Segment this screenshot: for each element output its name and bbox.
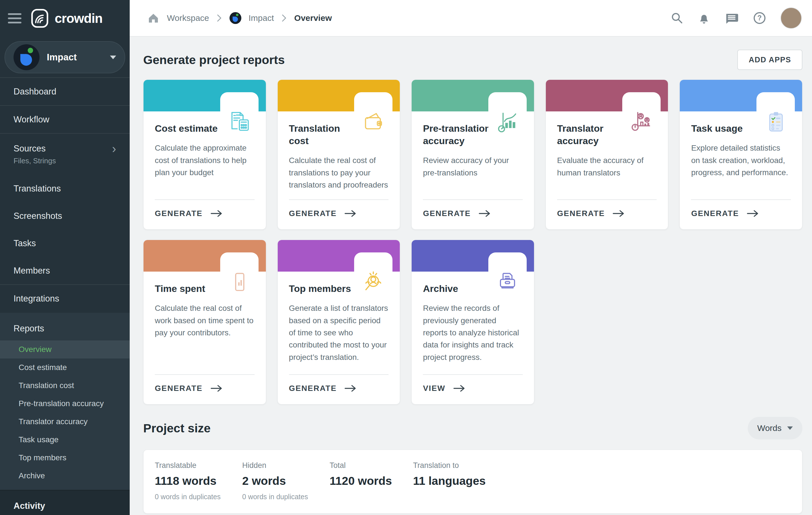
- messages-icon[interactable]: [725, 11, 739, 25]
- sidebar-item-members[interactable]: Members: [0, 257, 130, 284]
- card-title: Archive: [423, 282, 494, 295]
- card-pre-translation-accuracy: Pre-translation accuracy Review accuracy…: [411, 80, 534, 230]
- invoice-calculator-icon: [220, 92, 259, 137]
- arrow-right-icon: [345, 209, 356, 218]
- sidebar-item-reports-top-members[interactable]: Top members: [0, 449, 130, 467]
- help-icon[interactable]: ?: [753, 11, 766, 25]
- breadcrumb-project[interactable]: Impact: [249, 13, 274, 23]
- chevron-right-icon: [281, 14, 287, 22]
- generate-link[interactable]: GENERATE: [423, 209, 491, 218]
- sidebar-item-sources-sub: Files, Strings: [13, 156, 116, 165]
- people-chart-icon: [622, 92, 661, 137]
- chevron-down-icon: [787, 426, 793, 430]
- card-title: Pre-translation accuracy: [423, 122, 494, 147]
- generate-link[interactable]: GENERATE: [691, 209, 759, 218]
- crowdin-logo-icon: [30, 8, 50, 28]
- sidebar-item-activity[interactable]: Activity: [0, 490, 130, 515]
- project-switcher[interactable]: Impact: [4, 41, 125, 73]
- project-name: Impact: [47, 52, 103, 63]
- generate-link[interactable]: GENERATE: [557, 209, 625, 218]
- arrow-right-icon: [211, 384, 223, 392]
- card-title: Top members: [289, 282, 360, 295]
- card-footer: GENERATE: [557, 199, 657, 229]
- card-header-band: [278, 80, 400, 111]
- page-title: Generate project reports: [143, 53, 285, 67]
- card-footer: VIEW: [423, 374, 523, 404]
- report-cards-row-1: Cost estimate Calculate the approximate …: [143, 80, 803, 230]
- card-translator-accuracy: Translator accuracy Evaluate the accurac…: [546, 80, 668, 230]
- card-title: Task usage: [691, 122, 762, 135]
- phone-stats-icon: [220, 252, 259, 297]
- crowdin-logo-text: crowdin: [55, 11, 103, 26]
- clipboard-tasks-icon: [756, 92, 795, 137]
- hamburger-menu-icon[interactable]: [8, 13, 22, 23]
- stat-hidden: Hidden 2 words 0 words in duplicates: [242, 461, 329, 501]
- card-header-band: [144, 80, 266, 111]
- card-top-members: Top members Generate a list of translato…: [278, 240, 400, 404]
- view-link[interactable]: VIEW: [423, 384, 465, 393]
- project-avatar: [13, 44, 39, 70]
- card-task-usage: Task usage Explore detailed statistics o…: [679, 80, 803, 230]
- breadcrumb-workspace[interactable]: Workspace: [167, 13, 209, 23]
- notifications-bell-icon[interactable]: [698, 11, 710, 25]
- svg-text:?: ?: [757, 14, 761, 22]
- sidebar-item-reports-task-usage[interactable]: Task usage: [0, 431, 130, 449]
- card-title: Translator accuracy: [557, 122, 628, 147]
- sidebar-item-translations[interactable]: Translations: [0, 175, 130, 202]
- sidebar-item-integrations[interactable]: Integrations: [0, 285, 130, 312]
- breadcrumb-project-icon: [230, 12, 241, 24]
- main-content: Generate project reports ADD APPS Cost e…: [130, 37, 812, 515]
- crowdin-logo[interactable]: crowdin: [30, 8, 103, 28]
- card-translation-cost: Translation cost Calculate the real cost…: [278, 80, 400, 230]
- sidebar-item-reports-translation-cost[interactable]: Translation cost: [0, 376, 130, 395]
- breadcrumb-current-page: Overview: [294, 13, 332, 23]
- sidebar-section-reports: Reports Overview Cost estimate Translati…: [0, 313, 130, 490]
- card-header-band: [278, 240, 400, 271]
- sidebar-item-tasks[interactable]: Tasks: [0, 230, 130, 257]
- sidebar-item-reports-archive[interactable]: Archive: [0, 467, 130, 485]
- stat-translatable: Translatable 1118 words 0 words in dupli…: [155, 461, 242, 501]
- card-description: Review the records of previously generat…: [423, 302, 523, 363]
- generate-link[interactable]: GENERATE: [155, 209, 223, 218]
- sidebar-item-reports-pre-translation-accuracy[interactable]: Pre-translation accuracy: [0, 395, 130, 412]
- arrow-right-icon: [453, 384, 465, 392]
- arrow-right-icon: [345, 384, 356, 392]
- sidebar-item-sources[interactable]: Sources › Files, Strings: [0, 134, 130, 175]
- user-avatar[interactable]: [780, 7, 802, 29]
- sidebar-header: crowdin: [0, 0, 130, 37]
- generate-link[interactable]: GENERATE: [289, 384, 357, 393]
- card-title: Translation cost: [289, 122, 360, 147]
- card-header-band: [546, 80, 668, 111]
- card-footer: GENERATE: [289, 374, 389, 404]
- card-footer: GENERATE: [289, 199, 389, 229]
- sidebar-item-workflow[interactable]: Workflow: [0, 106, 130, 133]
- generate-link[interactable]: GENERATE: [289, 209, 357, 218]
- sidebar-item-reports-translator-accuracy[interactable]: Translator accuracy: [0, 412, 130, 431]
- arrow-right-icon: [747, 209, 759, 218]
- topbar: Workspace Impact Overview: [130, 0, 812, 37]
- sidebar-item-reports-overview[interactable]: Overview: [0, 340, 130, 359]
- card-footer: GENERATE: [423, 199, 523, 229]
- card-archive: Archive Review the records of previously…: [411, 240, 534, 404]
- card-description: Calculate the approximate cost of transl…: [155, 142, 255, 178]
- sidebar-item-reports[interactable]: Reports: [0, 317, 130, 340]
- card-footer: GENERATE: [155, 199, 255, 229]
- project-size-title: Project size: [143, 421, 211, 435]
- arrow-right-icon: [479, 209, 491, 218]
- member-search-icon: [354, 252, 393, 297]
- card-title: Cost estimate: [155, 122, 226, 135]
- card-header-band: [680, 80, 802, 111]
- sidebar-item-dashboard[interactable]: Dashboard: [0, 78, 130, 105]
- units-dropdown[interactable]: Words: [748, 417, 803, 439]
- add-apps-button[interactable]: ADD APPS: [737, 50, 803, 70]
- archive-box-icon: [488, 252, 527, 297]
- card-description: Evaluate the accuracy of human translato…: [557, 154, 657, 179]
- card-header-band: [144, 240, 266, 271]
- card-description: Generate a list of translators based on …: [289, 302, 389, 363]
- search-icon[interactable]: [670, 11, 684, 25]
- sidebar-item-reports-cost-estimate[interactable]: Cost estimate: [0, 359, 130, 376]
- sidebar-item-screenshots[interactable]: Screenshots: [0, 202, 130, 230]
- home-icon[interactable]: [147, 12, 160, 24]
- stat-translation-to: Translation to 11 languages: [413, 461, 500, 501]
- generate-link[interactable]: GENERATE: [155, 384, 223, 393]
